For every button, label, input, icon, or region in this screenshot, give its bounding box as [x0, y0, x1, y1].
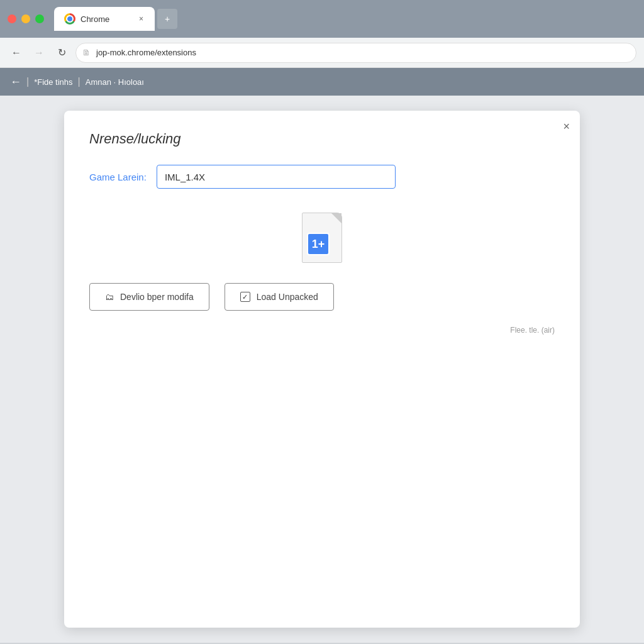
title-bar: Chrome × + — [0, 0, 644, 38]
reload-button[interactable]: ↻ — [53, 44, 70, 62]
load-unpacked-label: Load Unpacked — [257, 292, 318, 302]
forward-button[interactable]: → — [30, 44, 48, 62]
breadcrumb-back-icon[interactable]: ← — [10, 75, 21, 89]
breadcrumb-item2[interactable]: Amnan · Hıoloaı — [86, 77, 144, 87]
footer-text: Flee. tle. (air) — [510, 326, 555, 335]
tab-area: Chrome × + — [54, 7, 177, 31]
active-tab[interactable]: Chrome × — [54, 7, 155, 31]
buttons-row: 🗂 Devlio bper modifa ✓ Load Unpacked — [89, 283, 555, 311]
tab-title: Chrome — [80, 14, 133, 24]
maximize-button[interactable] — [35, 14, 44, 23]
tab-close-icon[interactable]: × — [138, 13, 145, 25]
nav-bar: ← → ↻ 🗎 jop-mok.chrome/extensions — [0, 38, 644, 68]
address-bar[interactable]: 🗎 jop-mok.chrome/extensions — [75, 43, 636, 63]
back-button[interactable]: ← — [8, 44, 25, 62]
window-controls — [8, 14, 44, 23]
developer-mode-label: Devlio bper modifa — [120, 292, 194, 302]
file-badge: 1+ — [307, 233, 330, 255]
dialog-footer: Flee. tle. (air) — [89, 326, 555, 335]
page-icon: 🗎 — [82, 48, 91, 57]
breadcrumb-item1[interactable]: *Fide tinhs — [34, 77, 72, 87]
game-larein-input[interactable] — [157, 165, 396, 189]
breadcrumb-sep1: | — [26, 76, 29, 87]
form-label: Game Larein: — [89, 172, 147, 182]
developer-mode-icon: 🗂 — [105, 292, 114, 302]
breadcrumb-bar: ← | *Fide tinhs | Amnan · Hıoloaı — [0, 68, 644, 96]
minimize-button[interactable] — [21, 14, 30, 23]
file-icon: 1+ — [297, 206, 347, 263]
load-unpacked-button[interactable]: ✓ Load Unpacked — [225, 283, 334, 311]
page-content: × Nrense/lucking Game Larein: 1+ 🗂 Devli… — [0, 96, 644, 643]
close-button[interactable] — [8, 14, 16, 23]
load-unpacked-icon: ✓ — [240, 292, 250, 302]
dialog-card: × Nrense/lucking Game Larein: 1+ 🗂 Devli… — [64, 111, 580, 628]
dialog-close-button[interactable]: × — [563, 121, 570, 132]
address-text: jop-mok.chrome/extensions — [96, 48, 196, 57]
chrome-icon — [64, 13, 75, 25]
form-row: Game Larein: — [89, 165, 555, 189]
developer-mode-button[interactable]: 🗂 Devlio bper modifa — [89, 283, 209, 311]
dialog-title: Nrense/lucking — [89, 131, 555, 147]
file-icon-area: 1+ — [89, 206, 555, 263]
new-tab-button[interactable]: + — [157, 9, 177, 29]
breadcrumb-sep2: | — [78, 76, 80, 87]
